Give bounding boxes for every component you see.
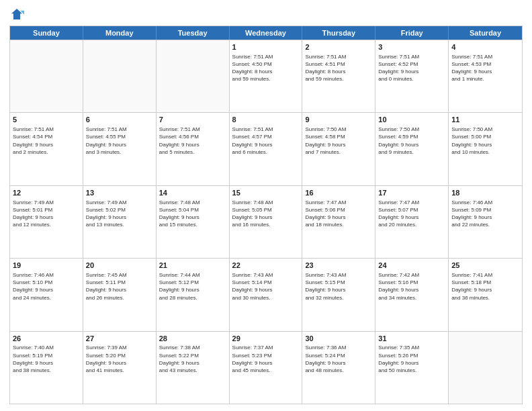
cal-cell-4: 4Sunrise: 7:51 AM Sunset: 4:53 PM Daylig… — [449, 40, 522, 112]
header — [9, 7, 523, 21]
cell-info-14: Sunrise: 7:48 AM Sunset: 5:04 PM Dayligh… — [159, 199, 226, 229]
cal-cell-16: 16Sunrise: 7:47 AM Sunset: 5:06 PM Dayli… — [302, 186, 375, 258]
cell-date-11: 11 — [451, 115, 519, 125]
cal-cell-24: 24Sunrise: 7:42 AM Sunset: 5:16 PM Dayli… — [375, 259, 449, 330]
weekday-header-friday: Friday — [375, 26, 449, 40]
cell-info-7: Sunrise: 7:51 AM Sunset: 4:56 PM Dayligh… — [159, 126, 226, 156]
cal-cell-2: 2Sunrise: 7:51 AM Sunset: 4:51 PM Daylig… — [302, 40, 375, 112]
cell-date-21: 21 — [159, 261, 226, 271]
cal-cell-empty-0-0 — [10, 40, 83, 112]
calendar-header: SundayMondayTuesdayWednesdayThursdayFrid… — [10, 26, 522, 40]
cell-date-14: 14 — [159, 188, 226, 198]
cell-date-31: 31 — [378, 334, 445, 344]
cell-info-29: Sunrise: 7:37 AM Sunset: 5:23 PM Dayligh… — [232, 344, 300, 374]
weekday-header-monday: Monday — [83, 26, 157, 40]
cell-date-16: 16 — [305, 188, 372, 198]
cell-info-1: Sunrise: 7:51 AM Sunset: 4:50 PM Dayligh… — [232, 53, 300, 83]
cal-cell-21: 21Sunrise: 7:44 AM Sunset: 5:12 PM Dayli… — [157, 259, 230, 330]
cal-cell-3: 3Sunrise: 7:51 AM Sunset: 4:52 PM Daylig… — [375, 40, 449, 112]
cal-cell-22: 22Sunrise: 7:43 AM Sunset: 5:14 PM Dayli… — [230, 259, 303, 330]
page: SundayMondayTuesdayWednesdayThursdayFrid… — [0, 0, 532, 411]
cal-cell-18: 18Sunrise: 7:46 AM Sunset: 5:09 PM Dayli… — [449, 186, 522, 258]
cell-info-10: Sunrise: 7:50 AM Sunset: 4:59 PM Dayligh… — [378, 126, 445, 156]
cell-date-6: 6 — [86, 115, 153, 125]
cell-info-26: Sunrise: 7:40 AM Sunset: 5:19 PM Dayligh… — [13, 344, 80, 374]
cal-cell-1: 1Sunrise: 7:51 AM Sunset: 4:50 PM Daylig… — [230, 40, 303, 112]
calendar-row-0: 1Sunrise: 7:51 AM Sunset: 4:50 PM Daylig… — [10, 40, 522, 112]
cell-date-3: 3 — [378, 42, 445, 52]
cell-info-6: Sunrise: 7:51 AM Sunset: 4:55 PM Dayligh… — [86, 126, 153, 156]
weekday-header-sunday: Sunday — [10, 26, 83, 40]
cal-cell-empty-0-2 — [157, 40, 230, 112]
cal-cell-20: 20Sunrise: 7:45 AM Sunset: 5:11 PM Dayli… — [83, 259, 157, 330]
cell-date-27: 27 — [86, 334, 153, 344]
cell-info-31: Sunrise: 7:35 AM Sunset: 5:26 PM Dayligh… — [378, 344, 445, 374]
cell-info-5: Sunrise: 7:51 AM Sunset: 4:54 PM Dayligh… — [13, 126, 80, 156]
cell-info-4: Sunrise: 7:51 AM Sunset: 4:53 PM Dayligh… — [451, 53, 519, 83]
cal-cell-26: 26Sunrise: 7:40 AM Sunset: 5:19 PM Dayli… — [10, 332, 83, 404]
cal-cell-7: 7Sunrise: 7:51 AM Sunset: 4:56 PM Daylig… — [157, 113, 230, 185]
cell-date-9: 9 — [305, 115, 372, 125]
cell-info-12: Sunrise: 7:49 AM Sunset: 5:01 PM Dayligh… — [13, 199, 80, 229]
cell-info-8: Sunrise: 7:51 AM Sunset: 4:57 PM Dayligh… — [232, 126, 300, 156]
cal-cell-17: 17Sunrise: 7:47 AM Sunset: 5:07 PM Dayli… — [375, 186, 449, 258]
logo — [9, 7, 27, 21]
calendar-body: 1Sunrise: 7:51 AM Sunset: 4:50 PM Daylig… — [10, 40, 522, 404]
calendar: SundayMondayTuesdayWednesdayThursdayFrid… — [9, 26, 523, 404]
cell-info-17: Sunrise: 7:47 AM Sunset: 5:07 PM Dayligh… — [378, 199, 445, 229]
cal-cell-8: 8Sunrise: 7:51 AM Sunset: 4:57 PM Daylig… — [230, 113, 303, 185]
cell-info-30: Sunrise: 7:36 AM Sunset: 5:24 PM Dayligh… — [305, 344, 372, 374]
calendar-row-4: 26Sunrise: 7:40 AM Sunset: 5:19 PM Dayli… — [10, 331, 522, 404]
cal-cell-13: 13Sunrise: 7:49 AM Sunset: 5:02 PM Dayli… — [83, 186, 157, 258]
cal-cell-11: 11Sunrise: 7:50 AM Sunset: 5:00 PM Dayli… — [449, 113, 522, 185]
cell-info-11: Sunrise: 7:50 AM Sunset: 5:00 PM Dayligh… — [451, 126, 519, 156]
cell-date-18: 18 — [451, 188, 519, 198]
cell-info-28: Sunrise: 7:38 AM Sunset: 5:22 PM Dayligh… — [159, 344, 226, 374]
cell-date-7: 7 — [159, 115, 226, 125]
svg-marker-0 — [11, 9, 22, 19]
cell-date-19: 19 — [13, 261, 80, 271]
calendar-row-1: 5Sunrise: 7:51 AM Sunset: 4:54 PM Daylig… — [10, 112, 522, 185]
cal-cell-29: 29Sunrise: 7:37 AM Sunset: 5:23 PM Dayli… — [230, 332, 303, 404]
cal-cell-5: 5Sunrise: 7:51 AM Sunset: 4:54 PM Daylig… — [10, 113, 83, 185]
weekday-header-saturday: Saturday — [449, 26, 522, 40]
cal-cell-10: 10Sunrise: 7:50 AM Sunset: 4:59 PM Dayli… — [375, 113, 449, 185]
cal-cell-23: 23Sunrise: 7:43 AM Sunset: 5:15 PM Dayli… — [302, 259, 375, 330]
cell-info-24: Sunrise: 7:42 AM Sunset: 5:16 PM Dayligh… — [378, 271, 445, 302]
cell-date-30: 30 — [305, 334, 372, 344]
cell-info-3: Sunrise: 7:51 AM Sunset: 4:52 PM Dayligh… — [378, 53, 445, 83]
cal-cell-empty-0-1 — [83, 40, 157, 112]
weekday-header-wednesday: Wednesday — [230, 26, 303, 40]
cell-info-21: Sunrise: 7:44 AM Sunset: 5:12 PM Dayligh… — [159, 271, 226, 302]
cell-date-2: 2 — [305, 42, 372, 52]
cell-date-12: 12 — [13, 188, 80, 198]
cell-date-8: 8 — [232, 115, 300, 125]
cell-date-15: 15 — [232, 188, 300, 198]
cell-info-19: Sunrise: 7:46 AM Sunset: 5:10 PM Dayligh… — [13, 271, 80, 302]
cell-date-4: 4 — [451, 42, 519, 52]
weekday-header-thursday: Thursday — [302, 26, 375, 40]
cell-info-25: Sunrise: 7:41 AM Sunset: 5:18 PM Dayligh… — [451, 271, 519, 302]
cell-date-28: 28 — [159, 334, 226, 344]
cal-cell-27: 27Sunrise: 7:39 AM Sunset: 5:20 PM Dayli… — [83, 332, 157, 404]
cell-info-27: Sunrise: 7:39 AM Sunset: 5:20 PM Dayligh… — [86, 344, 153, 374]
cell-date-13: 13 — [86, 188, 153, 198]
cal-cell-6: 6Sunrise: 7:51 AM Sunset: 4:55 PM Daylig… — [83, 113, 157, 185]
cell-date-29: 29 — [232, 334, 300, 344]
cal-cell-9: 9Sunrise: 7:50 AM Sunset: 4:58 PM Daylig… — [302, 113, 375, 185]
cell-date-1: 1 — [232, 42, 300, 52]
cell-info-18: Sunrise: 7:46 AM Sunset: 5:09 PM Dayligh… — [451, 199, 519, 229]
cell-info-2: Sunrise: 7:51 AM Sunset: 4:51 PM Dayligh… — [305, 53, 372, 83]
cell-date-23: 23 — [305, 261, 372, 271]
cell-date-26: 26 — [13, 334, 80, 344]
cal-cell-31: 31Sunrise: 7:35 AM Sunset: 5:26 PM Dayli… — [375, 332, 449, 404]
cell-info-15: Sunrise: 7:48 AM Sunset: 5:05 PM Dayligh… — [232, 199, 300, 229]
cal-cell-12: 12Sunrise: 7:49 AM Sunset: 5:01 PM Dayli… — [10, 186, 83, 258]
cell-info-13: Sunrise: 7:49 AM Sunset: 5:02 PM Dayligh… — [86, 199, 153, 229]
logo-icon — [9, 7, 24, 21]
cell-info-16: Sunrise: 7:47 AM Sunset: 5:06 PM Dayligh… — [305, 199, 372, 229]
cell-info-20: Sunrise: 7:45 AM Sunset: 5:11 PM Dayligh… — [86, 271, 153, 302]
cell-date-17: 17 — [378, 188, 445, 198]
weekday-header-tuesday: Tuesday — [157, 26, 230, 40]
cell-info-9: Sunrise: 7:50 AM Sunset: 4:58 PM Dayligh… — [305, 126, 372, 156]
